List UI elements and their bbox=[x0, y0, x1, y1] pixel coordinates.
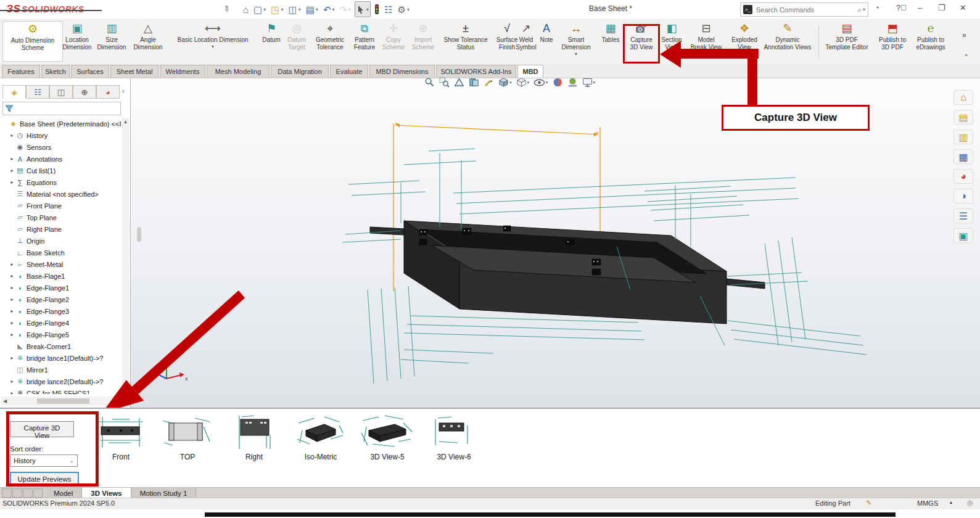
version-text: SOLIDWORKS Premium 2024 SP5.0 bbox=[2, 500, 115, 507]
tab-nav-icon[interactable] bbox=[23, 488, 33, 498]
tab-nav-icon[interactable] bbox=[12, 488, 22, 498]
view-thumbnail[interactable]: Iso-Metric bbox=[287, 412, 354, 461]
units-caret-icon[interactable]: ▴ bbox=[950, 500, 952, 505]
tab-nav-icon[interactable] bbox=[2, 488, 12, 498]
solidworks-window: { "title_bar": { "logo_mark": "ЗS", "log… bbox=[0, 0, 980, 518]
status-bar: SOLIDWORKS Premium 2024 SP5.0 Editing Pa… bbox=[0, 498, 980, 509]
document-tabs: Model3D ViewsMotion Study 1 bbox=[45, 488, 196, 498]
edit-sheet-icon: ✎ bbox=[866, 499, 871, 507]
thumbnail-image[interactable] bbox=[294, 412, 348, 450]
thumbnail-image[interactable] bbox=[160, 412, 215, 450]
document-tab[interactable]: Model bbox=[45, 488, 82, 498]
thumbnail-image[interactable] bbox=[360, 412, 414, 450]
views-controls-highlight-box bbox=[6, 411, 99, 487]
capture-3d-view-callout: Capture 3D View bbox=[722, 105, 870, 131]
document-tab-bar: Model3D ViewsMotion Study 1 bbox=[0, 487, 980, 498]
thumbnail-image[interactable] bbox=[427, 412, 481, 450]
tab-nav-buttons bbox=[0, 488, 45, 498]
view-thumbnail[interactable]: Right bbox=[221, 412, 287, 461]
view-thumbnails: FrontTOPRightIso-Metric3D View-53D View-… bbox=[88, 412, 487, 461]
view-thumbnail[interactable]: 3D View-5 bbox=[354, 412, 421, 461]
taskbar-strip bbox=[205, 512, 896, 517]
view-thumbnail[interactable]: TOP bbox=[154, 412, 221, 461]
document-tab[interactable]: Motion Study 1 bbox=[131, 488, 197, 498]
tag-icon[interactable]: ◎ bbox=[967, 499, 973, 507]
capture-3d-view-highlight-box bbox=[623, 24, 660, 64]
3d-views-panel: Capture 3D View Sort order: History ⌄ Up… bbox=[0, 408, 980, 487]
thumbnail-image[interactable] bbox=[94, 412, 148, 450]
thumbnail-image[interactable] bbox=[227, 412, 281, 450]
tab-nav-icon[interactable] bbox=[33, 488, 43, 498]
view-thumbnail[interactable]: 3D View-6 bbox=[421, 412, 487, 461]
units-value[interactable]: MMGS bbox=[917, 500, 938, 507]
document-tab[interactable]: 3D Views bbox=[82, 488, 131, 498]
editing-status: Editing Part bbox=[815, 500, 850, 507]
status-underline bbox=[0, 10, 102, 11]
